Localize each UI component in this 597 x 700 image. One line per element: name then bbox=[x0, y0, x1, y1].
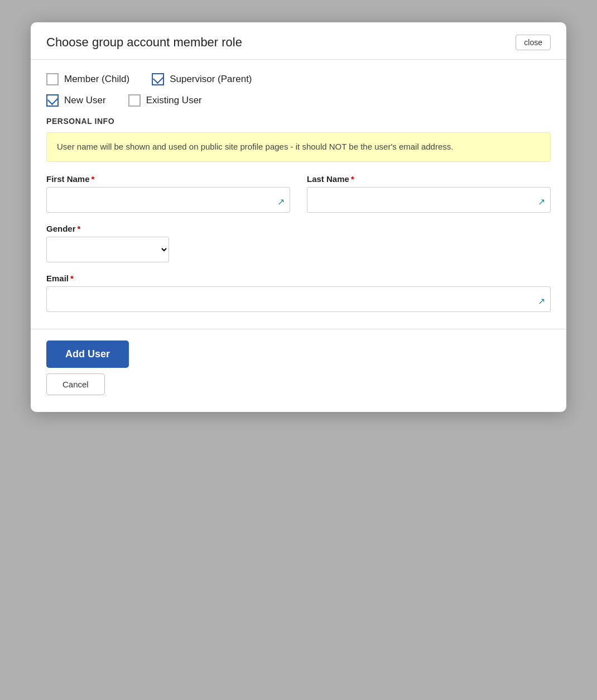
first-name-required: * bbox=[92, 174, 95, 184]
member-child-label: Member (Child) bbox=[64, 74, 129, 85]
first-name-input[interactable] bbox=[46, 187, 290, 213]
supervisor-parent-label: Supervisor (Parent) bbox=[170, 74, 252, 85]
first-name-group: First Name* ↗ bbox=[46, 174, 290, 213]
name-row: First Name* ↗ Last Name* ↗ bbox=[46, 174, 551, 213]
add-user-button[interactable]: Add User bbox=[46, 341, 129, 368]
first-name-input-wrapper: ↗ bbox=[46, 187, 290, 213]
modal-header: Choose group account member role close bbox=[31, 22, 566, 60]
member-child-checkbox[interactable] bbox=[46, 73, 59, 85]
gender-select[interactable]: Male Female Other bbox=[46, 237, 169, 262]
existing-user-option[interactable]: Existing User bbox=[128, 94, 202, 107]
footer-divider bbox=[31, 329, 566, 329]
cancel-button[interactable]: Cancel bbox=[46, 373, 105, 395]
last-name-label: Last Name* bbox=[307, 174, 551, 184]
email-required: * bbox=[70, 274, 74, 283]
supervisor-parent-checkbox[interactable] bbox=[152, 73, 164, 85]
modal-overlay: Choose group account member role close M… bbox=[11, 11, 586, 700]
email-input[interactable] bbox=[46, 286, 551, 312]
email-input-wrapper: ↗ bbox=[46, 286, 551, 312]
modal-title: Choose group account member role bbox=[46, 35, 242, 50]
first-name-label: First Name* bbox=[46, 174, 290, 184]
close-button[interactable]: close bbox=[516, 35, 551, 50]
personal-info-section-title: PERSONAL INFO bbox=[46, 117, 551, 126]
last-name-required: * bbox=[351, 174, 354, 184]
existing-user-checkbox[interactable] bbox=[128, 94, 141, 107]
gender-required: * bbox=[78, 224, 81, 233]
modal-body: Member (Child) Supervisor (Parent) New U… bbox=[31, 60, 566, 312]
email-group: Email* ↗ bbox=[46, 274, 551, 312]
last-name-input-wrapper: ↗ bbox=[307, 187, 551, 213]
email-label: Email* bbox=[46, 274, 551, 283]
last-name-input[interactable] bbox=[307, 187, 551, 213]
footer-buttons: Add User Cancel bbox=[31, 341, 566, 395]
member-child-option[interactable]: Member (Child) bbox=[46, 73, 129, 85]
existing-user-label: Existing User bbox=[146, 95, 202, 106]
gender-label: Gender* bbox=[46, 224, 551, 233]
supervisor-parent-option[interactable]: Supervisor (Parent) bbox=[152, 73, 252, 85]
role-row-1: Member (Child) Supervisor (Parent) bbox=[46, 73, 551, 85]
new-user-checkbox[interactable] bbox=[46, 94, 59, 107]
new-user-label: New User bbox=[64, 95, 106, 106]
info-message-box: User name will be shown and used on publ… bbox=[46, 132, 551, 162]
gender-group: Gender* Male Female Other bbox=[46, 224, 551, 262]
modal-dialog: Choose group account member role close M… bbox=[31, 22, 566, 412]
new-user-option[interactable]: New User bbox=[46, 94, 106, 107]
role-row-2: New User Existing User bbox=[46, 94, 551, 107]
last-name-group: Last Name* ↗ bbox=[307, 174, 551, 213]
